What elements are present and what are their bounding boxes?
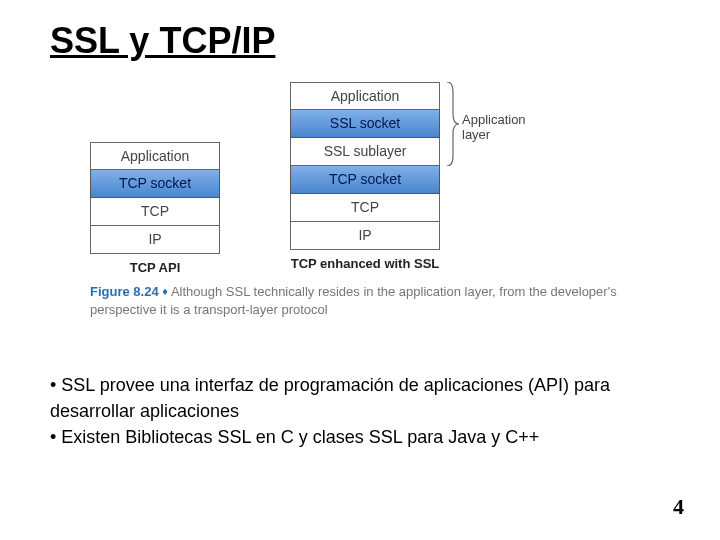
diamond-icon: ♦ xyxy=(162,285,171,297)
stack-label: TCP API xyxy=(90,260,220,275)
bullet-item: • Existen Bibliotecas SSL en C y clases … xyxy=(50,424,680,450)
slide-title: SSL y TCP/IP xyxy=(50,20,680,62)
brace-label-line: Application xyxy=(462,112,526,127)
stack-label: TCP enhanced with SSL xyxy=(290,256,440,271)
stack-cell: SSL socket xyxy=(290,110,440,138)
stack-cell: TCP xyxy=(90,198,220,226)
page-number: 4 xyxy=(673,494,684,520)
brace-label-line: layer xyxy=(462,127,490,142)
brace-icon xyxy=(445,82,459,166)
slide: SSL y TCP/IP Application TCP socket TCP … xyxy=(0,0,720,540)
brace-label: Application layer xyxy=(462,112,526,142)
stack-cell: TCP xyxy=(290,194,440,222)
diagram-area: Application TCP socket TCP IP TCP API Ap… xyxy=(50,82,680,342)
bullet-item: • SSL provee una interfaz de programació… xyxy=(50,372,680,424)
stack-cell: Application xyxy=(290,82,440,110)
bullet-list: • SSL provee una interfaz de programació… xyxy=(50,372,680,450)
stack-cell: TCP socket xyxy=(90,170,220,198)
figure-caption: Figure 8.24 ♦ Although SSL technically r… xyxy=(90,282,640,319)
stack-cell: TCP socket xyxy=(290,166,440,194)
figure-number: Figure 8.24 xyxy=(90,284,159,299)
tcp-api-stack: Application TCP socket TCP IP TCP API xyxy=(90,142,220,275)
stack-cell: IP xyxy=(90,226,220,254)
stack-cell: IP xyxy=(290,222,440,250)
stack-cell: Application xyxy=(90,142,220,170)
stack-cell: SSL sublayer xyxy=(290,138,440,166)
ssl-stack: Application SSL socket SSL sublayer TCP … xyxy=(290,82,440,271)
